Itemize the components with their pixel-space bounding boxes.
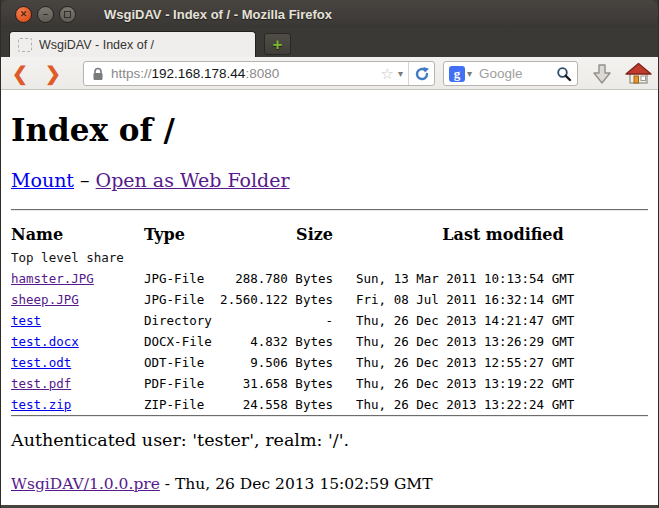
file-type: DOCX-File xyxy=(144,331,216,352)
search-input[interactable]: Google xyxy=(479,66,556,81)
server-footer: WsgiDAV/1.0.0.pre - Thu, 26 Dec 2013 15:… xyxy=(11,475,648,493)
file-size: 2.560.122 Bytes xyxy=(216,289,333,310)
url-bar[interactable]: https://192.168.178.44:8080 ☆ ▾ xyxy=(83,61,435,86)
table-row: test.pdf PDF-File 31.658 Bytes Thu, 26 D… xyxy=(11,373,648,394)
file-table-header: Name Type Size Last modified xyxy=(11,225,648,244)
minimize-button[interactable]: – xyxy=(37,6,54,23)
file-modified: Thu, 26 Dec 2013 14:21:47 GMT xyxy=(348,310,658,331)
url-host: 192.168.178.44 xyxy=(152,66,246,81)
header-type: Type xyxy=(144,225,216,244)
url-dropdown-icon[interactable]: ▾ xyxy=(398,68,403,79)
file-modified: Thu, 26 Dec 2013 12:55:27 GMT xyxy=(348,352,658,373)
bookmark-star-icon[interactable]: ☆ xyxy=(381,65,394,83)
home-button[interactable] xyxy=(625,62,652,86)
header-last-modified: Last modified xyxy=(348,225,658,244)
share-label: Top level share xyxy=(11,248,648,268)
bottom-divider xyxy=(11,415,648,417)
url-scheme: https:// xyxy=(111,66,152,81)
search-magnifier-icon[interactable] xyxy=(556,66,572,82)
file-modified: Thu, 26 Dec 2013 13:19:22 GMT xyxy=(348,373,658,394)
file-link[interactable]: sheep.JPG xyxy=(11,292,79,307)
close-button[interactable]: ✕ xyxy=(15,6,32,23)
file-modified: Thu, 26 Dec 2013 13:22:24 GMT xyxy=(348,394,658,415)
auth-status-text: Authenticated user: 'tester', realm: '/'… xyxy=(11,430,648,450)
table-row: test.odt ODT-File 9.506 Bytes Thu, 26 De… xyxy=(11,352,648,373)
browser-window: ✕ – WsgiDAV - Index of / - Mozilla Firef… xyxy=(0,0,659,508)
table-row: sheep.JPG JPG-File 2.560.122 Bytes Fri, … xyxy=(11,289,648,310)
page-content: Index of / Mount – Open as Web Folder Na… xyxy=(1,90,658,508)
file-size: 24.558 Bytes xyxy=(216,394,333,415)
file-modified: Thu, 26 Dec 2013 13:26:29 GMT xyxy=(348,331,658,352)
file-link[interactable]: hamster.JPG xyxy=(11,271,94,286)
url-text: https://192.168.178.44:8080 xyxy=(111,66,379,81)
table-row: test.docx DOCX-File 4.832 Bytes Thu, 26 … xyxy=(11,331,648,352)
wsgidav-version-link[interactable]: WsgiDAV/1.0.0.pre xyxy=(11,475,160,493)
file-size: 31.658 Bytes xyxy=(216,373,333,394)
favicon-placeholder-icon xyxy=(18,38,32,52)
downloads-button[interactable] xyxy=(590,62,614,86)
header-size: Size xyxy=(216,225,333,244)
file-size: 288.780 Bytes xyxy=(216,268,333,289)
page-title: Index of / xyxy=(11,112,648,148)
file-link[interactable]: test.odt xyxy=(11,355,71,370)
lock-icon xyxy=(92,67,104,81)
new-tab-button[interactable]: + xyxy=(264,33,291,55)
file-size: - xyxy=(216,310,333,331)
file-link[interactable]: test xyxy=(11,313,41,328)
page-nav-links: Mount – Open as Web Folder xyxy=(11,169,648,191)
google-favicon-icon: g xyxy=(449,66,465,82)
url-port: :8080 xyxy=(245,66,279,81)
file-type: JPG-File xyxy=(144,268,216,289)
navigation-toolbar: ❮ ❯ https://192.168.178.44:8080 ☆ ▾ g ▾ xyxy=(1,57,658,90)
table-row: test Directory - Thu, 26 Dec 2013 14:21:… xyxy=(11,310,648,331)
file-link[interactable]: test.pdf xyxy=(11,376,71,391)
top-divider xyxy=(11,209,648,211)
file-type: JPG-File xyxy=(144,289,216,310)
file-size: 9.506 Bytes xyxy=(216,352,333,373)
maximize-icon xyxy=(64,11,71,18)
file-table-body: hamster.JPG JPG-File 288.780 Bytes Sun, … xyxy=(11,268,648,415)
title-bar: ✕ – WsgiDAV - Index of / - Mozilla Firef… xyxy=(1,0,658,28)
window-title: WsgiDAV - Index of / - Mozilla Firefox xyxy=(104,7,332,22)
open-as-web-folder-link[interactable]: Open as Web Folder xyxy=(96,169,290,191)
file-type: ZIP-File xyxy=(144,394,216,415)
file-link[interactable]: test.zip xyxy=(11,397,71,412)
mount-link[interactable]: Mount xyxy=(11,169,74,191)
tab-bar: WsgiDAV - Index of / + xyxy=(1,28,658,57)
file-type: PDF-File xyxy=(144,373,216,394)
window-controls: ✕ – xyxy=(15,6,76,23)
reload-button[interactable] xyxy=(408,62,430,85)
header-name: Name xyxy=(11,225,144,244)
file-type: ODT-File xyxy=(144,352,216,373)
tab-wsgidav[interactable]: WsgiDAV - Index of / xyxy=(9,31,256,57)
back-button[interactable]: ❮ xyxy=(12,64,28,83)
file-modified: Fri, 08 Jul 2011 16:32:14 GMT xyxy=(348,289,658,310)
file-size: 4.832 Bytes xyxy=(216,331,333,352)
search-engine-dropdown-icon[interactable]: ▾ xyxy=(467,68,472,79)
table-row: test.zip ZIP-File 24.558 Bytes Thu, 26 D… xyxy=(11,394,648,415)
file-link[interactable]: test.docx xyxy=(11,334,79,349)
file-type: Directory xyxy=(144,310,216,331)
forward-button[interactable]: ❯ xyxy=(45,64,61,83)
tab-title: WsgiDAV - Index of / xyxy=(39,38,154,52)
table-row: hamster.JPG JPG-File 288.780 Bytes Sun, … xyxy=(11,268,648,289)
maximize-button[interactable] xyxy=(59,6,76,23)
file-modified: Sun, 13 Mar 2011 10:13:54 GMT xyxy=(348,268,658,289)
link-separator: – xyxy=(74,169,96,191)
search-bar[interactable]: g ▾ Google xyxy=(443,61,578,86)
generated-timestamp: - Thu, 26 Dec 2013 15:02:59 GMT xyxy=(160,475,433,493)
